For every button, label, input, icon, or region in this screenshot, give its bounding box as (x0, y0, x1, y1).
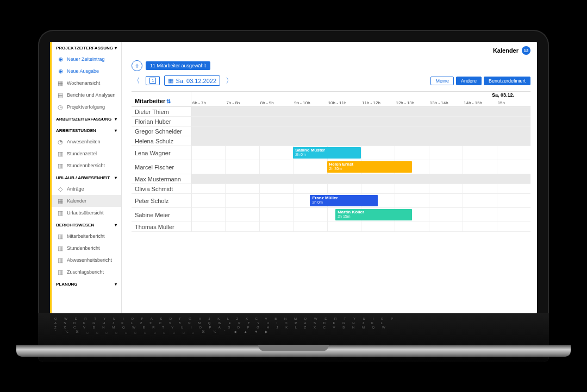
section-label: BERICHTSWESEN (56, 223, 94, 227)
sidebar-section-planung[interactable]: PLANUNG ▾ (52, 278, 121, 289)
employee-row[interactable]: Gregor Schneider (132, 127, 191, 136)
timeline-row[interactable]: Helen Ernst2h 30m (191, 160, 530, 174)
timeline-row[interactable]: Martin Köller2h 15m (191, 208, 530, 222)
sidebar-item-emp-report[interactable]: ▥ Mitarbeiterbericht (52, 230, 121, 242)
employee-row[interactable]: Thomas Müller (132, 222, 191, 232)
employee-row[interactable]: Helena Schulz (132, 136, 191, 146)
sidebar-item-hours-report[interactable]: ▥ Stundenbericht (52, 242, 121, 254)
count-badge: 12 (522, 46, 530, 55)
document-icon: ▥ (57, 269, 64, 275)
section-label: ARBEITSZEITERFASSUNG (56, 117, 111, 122)
filter-others-button[interactable]: Andere (456, 77, 482, 85)
sidebar-item-label: Urlaubsübersicht (67, 210, 104, 216)
sidebar-item-label: Projektverfolgung (67, 104, 105, 110)
day-label: Sa, 03.12. (492, 92, 514, 98)
date-label: Sa, 03.12.2022 (176, 78, 216, 84)
add-button[interactable]: + (132, 60, 142, 71)
sidebar-item-presences[interactable]: ◔ Anwesenheiten (52, 136, 121, 148)
employee-row[interactable]: Dieter Thiem (132, 107, 191, 117)
hour-label: 11h - 12h (361, 100, 395, 105)
sidebar-section-projektzeiterfassung[interactable]: PROJEKTZEITERFASSUNG ▾ (52, 42, 121, 53)
document-icon: ▥ (57, 162, 64, 169)
timeline-row[interactable]: Sabine Muster2h 0m (191, 146, 530, 160)
sidebar-item-label: Stundenbericht (67, 245, 100, 251)
timeline-row[interactable] (191, 136, 530, 146)
section-label: ARBEITSSTUNDEN (56, 128, 96, 133)
date-picker-button[interactable]: ▦ Sa, 03.12.2022 (164, 75, 220, 86)
laptop-base: Q W E R T Y U I O P A S D F G H J K L Z … (38, 313, 549, 362)
page-title: Kalender (493, 47, 519, 54)
document-icon: ▥ (57, 245, 64, 251)
timeline-row[interactable] (191, 107, 530, 117)
sidebar-item-new-entry[interactable]: ⊕ Neuer Zeiteintrag (52, 53, 121, 65)
timeline-event[interactable]: Martin Köller2h 15m (335, 209, 411, 220)
laptop-frame: PROJEKTZEITERFASSUNG ▾ ⊕ Neuer Zeiteintr… (38, 30, 549, 362)
chart-icon: ▤ (57, 92, 64, 98)
employee-header[interactable]: Mitarbeiter ⇅ (132, 92, 191, 107)
timeline-row[interactable] (191, 174, 530, 184)
section-label: URLAUB / ABWESENHEIT (56, 175, 110, 180)
sidebar-section-arbeitszeiterfassung[interactable]: ARBEITSZEITERFASSUNG ▾ (52, 113, 121, 124)
timeline-row[interactable] (191, 184, 530, 194)
plus-circle-icon: ⊕ (57, 56, 64, 62)
timeline-event[interactable]: Sabine Muster2h 0m (293, 147, 361, 159)
sidebar-item-reports[interactable]: ▤ Berichte und Analysen (52, 89, 121, 101)
filter-group: Meine Andere Benutzerdefiniert (430, 77, 530, 85)
sidebar-item-label: Stundenübersicht (67, 163, 105, 168)
sidebar-item-hours-overview[interactable]: ▥ Stundenübersicht (52, 160, 121, 172)
employee-row[interactable]: Marcel Fischer (132, 160, 191, 174)
prev-day-button[interactable]: 〈 (132, 76, 141, 86)
hour-label: 9h - 10h (293, 100, 327, 105)
sidebar-item-tracking[interactable]: ◷ Projektverfolgung (52, 101, 121, 113)
next-day-button[interactable]: 〉 (224, 76, 234, 86)
employee-column: Mitarbeiter ⇅ Dieter ThiemFlorian HuberG… (132, 92, 191, 232)
timeline-event[interactable]: Franz Müller2h 0m (310, 195, 378, 206)
today-button[interactable]: 1 (146, 76, 160, 85)
document-icon: ▥ (57, 233, 64, 239)
sidebar-item-label: Neuer Zeiteintrag (67, 56, 105, 62)
timeline-event[interactable]: Helen Ernst2h 30m (327, 161, 412, 173)
sidebar-item-leave-overview[interactable]: ▥ Urlaubsübersicht (52, 207, 121, 219)
employee-row[interactable]: Olivia Schmidt (132, 184, 191, 194)
employee-row[interactable]: Sabine Meier (132, 208, 191, 222)
employee-row[interactable]: Max Mustermann (132, 174, 191, 184)
timeline-row[interactable] (191, 117, 530, 127)
timeline-row[interactable] (191, 222, 530, 232)
sidebar-item-surcharge-report[interactable]: ▥ Zuschlagsbericht (52, 266, 121, 278)
hour-label: 8h - 9h (259, 100, 293, 105)
hour-label: 6h - 7h (191, 100, 225, 105)
hour-label: 10h - 11h (327, 100, 361, 105)
employee-row[interactable]: Peter Scholz (132, 194, 191, 208)
timeline: Mitarbeiter ⇅ Dieter ThiemFlorian HuberG… (132, 91, 530, 232)
sidebar-section-urlaub[interactable]: URLAUB / ABWESENHEIT ▾ (52, 172, 121, 183)
sidebar-item-week-view[interactable]: ▦ Wochenansicht (52, 77, 121, 89)
main-content: Kalender 12 + 11 Mitarbeiter ausgewählt … (122, 42, 537, 313)
sidebar: PROJEKTZEITERFASSUNG ▾ ⊕ Neuer Zeiteintr… (50, 42, 122, 313)
hour-label: 15h (497, 100, 530, 105)
selection-pill[interactable]: 11 Mitarbeiter ausgewählt (146, 61, 210, 70)
timeline-row[interactable] (191, 127, 530, 136)
document-icon: ▥ (57, 257, 64, 263)
employee-row[interactable]: Florian Huber (132, 117, 191, 127)
sidebar-item-requests[interactable]: ◇ Anträge (52, 183, 121, 195)
page-title-row: Kalender 12 (132, 46, 530, 55)
sidebar-item-calendar[interactable]: ▦ Kalender (52, 195, 121, 207)
timeline-row[interactable]: Franz Müller2h 0m (191, 194, 530, 208)
sidebar-item-new-expense[interactable]: ⊕ Neue Ausgabe (52, 65, 121, 77)
sidebar-section-arbeitsstunden[interactable]: ARBEITSSTUNDEN ▾ (52, 124, 121, 136)
sidebar-item-label: Anwesenheiten (67, 139, 101, 144)
employee-row[interactable]: Lena Wagner (132, 146, 191, 160)
sidebar-item-label: Stundenzettel (67, 151, 97, 156)
chevron-down-icon: ▾ (115, 223, 117, 227)
filter-custom-button[interactable]: Benutzerdefiniert (484, 77, 530, 85)
chevron-down-icon: ▾ (115, 128, 117, 133)
document-icon: ▥ (57, 150, 64, 157)
sidebar-item-timesheet[interactable]: ▥ Stundenzettel (52, 148, 121, 160)
sidebar-section-berichtswesen[interactable]: BERICHTSWESEN ▾ (52, 219, 121, 230)
sidebar-item-label: Neue Ausgabe (67, 68, 99, 74)
hour-label: 14h - 15h (463, 100, 496, 105)
calendar-icon: ▦ (168, 77, 173, 84)
tag-icon: ◇ (57, 186, 64, 192)
sidebar-item-absence-report[interactable]: ▥ Abwesenheitsbericht (52, 254, 121, 266)
filter-mine-button[interactable]: Meine (430, 77, 454, 85)
